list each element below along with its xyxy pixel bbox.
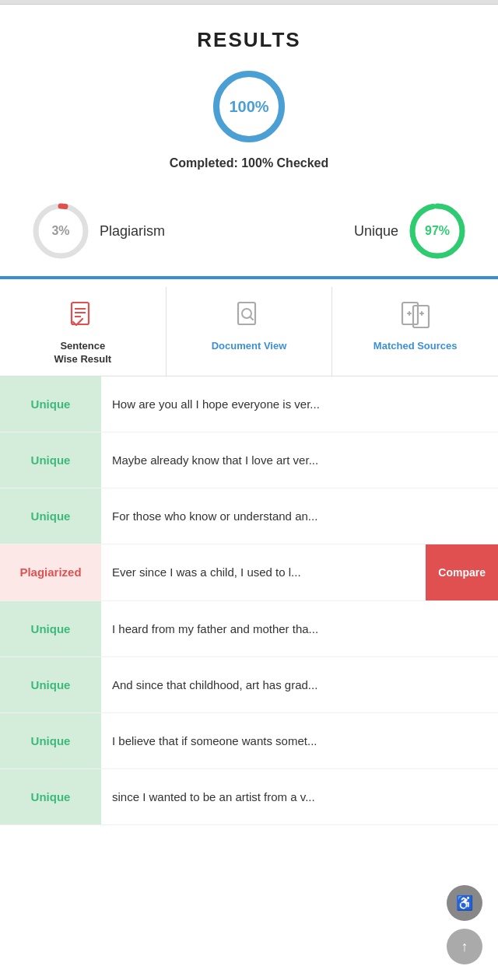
result-text: And since that childhood, art has grad..… — [101, 669, 498, 701]
result-text: since I wanted to be an artist from a v.… — [101, 781, 498, 813]
result-badge-unique: Unique — [0, 376, 101, 432]
results-header: RESULTS 100% Completed: 100% Checked — [0, 5, 498, 194]
result-text: I believe that if someone wants somet... — [101, 725, 498, 757]
plagiarism-label: Plagiarism — [100, 223, 165, 240]
main-progress-circle: 100% — [210, 68, 288, 145]
unique-percent: 97% — [425, 224, 450, 238]
document-search-icon — [232, 299, 266, 334]
result-text: I heard from my father and mother tha... — [101, 613, 498, 645]
compare-button[interactable]: Compare — [426, 544, 498, 600]
result-row-plagiarized: Plagiarized Ever since I was a child, I … — [0, 544, 498, 601]
result-row: Unique For those who know or understand … — [0, 488, 498, 544]
tab-document-view[interactable]: Document View — [167, 287, 333, 376]
blue-divider — [0, 276, 498, 279]
main-progress-circle-container: 100% — [16, 68, 482, 145]
plagiarism-percent: 3% — [51, 224, 69, 238]
tab-sentence-wise[interactable]: SentenceWise Result — [0, 287, 167, 376]
result-row: Unique How are you all I hope everyone i… — [0, 376, 498, 432]
accessibility-button[interactable]: ♿ — [447, 885, 482, 921]
result-row: Unique Maybe already know that I love ar… — [0, 432, 498, 488]
result-row: Unique since I wanted to be an artist fr… — [0, 769, 498, 825]
results-list: Unique How are you all I hope everyone i… — [0, 376, 498, 825]
tab-matched-sources[interactable]: Matched Sources — [332, 287, 498, 376]
result-badge-unique: Unique — [0, 601, 101, 656]
result-text-plagiarized: Ever since I was a child, I used to l... — [101, 556, 426, 588]
result-badge-unique: Unique — [0, 432, 101, 488]
completed-text: Completed: 100% Checked — [16, 156, 482, 170]
svg-rect-10 — [238, 303, 255, 324]
result-row: Unique And since that childhood, art has… — [0, 657, 498, 713]
result-badge-unique: Unique — [0, 769, 101, 824]
document-compare-icon — [398, 299, 433, 334]
unique-stat: Unique 97% — [354, 201, 467, 261]
result-text: How are you all I hope everyone is ver..… — [101, 388, 498, 420]
main-progress-label: 100% — [229, 98, 268, 116]
result-badge-plagiarized: Plagiarized — [0, 544, 101, 600]
stats-row: 3% Plagiarism Unique 97% — [0, 194, 498, 276]
tab-sentence-wise-label: SentenceWise Result — [54, 340, 112, 366]
result-row: Unique I heard from my father and mother… — [0, 601, 498, 657]
plagiarism-stat: 3% Plagiarism — [31, 201, 165, 261]
fab-row: ♿ ↑ — [447, 885, 482, 964]
page-container: RESULTS 100% Completed: 100% Checked — [0, 0, 498, 825]
tab-matched-sources-label: Matched Sources — [374, 340, 458, 353]
page-title: RESULTS — [16, 28, 482, 52]
result-badge-unique: Unique — [0, 488, 101, 544]
scroll-top-button[interactable]: ↑ — [447, 929, 482, 964]
result-badge-unique: Unique — [0, 657, 101, 712]
unique-circle: 97% — [408, 201, 467, 261]
result-badge-unique: Unique — [0, 713, 101, 768]
tab-navigation: SentenceWise Result Document View Matche… — [0, 287, 498, 376]
result-text: For those who know or understand an... — [101, 500, 498, 532]
result-row: Unique I believe that if someone wants s… — [0, 713, 498, 769]
result-text: Maybe already know that I love art ver..… — [101, 444, 498, 476]
svg-line-12 — [250, 317, 253, 320]
scroll-top-icon: ↑ — [461, 939, 468, 955]
tab-document-view-label: Document View — [212, 340, 287, 353]
document-lines-icon — [65, 299, 100, 334]
plagiarism-circle: 3% — [31, 201, 90, 261]
unique-label: Unique — [354, 223, 398, 240]
accessibility-icon: ♿ — [456, 894, 473, 912]
